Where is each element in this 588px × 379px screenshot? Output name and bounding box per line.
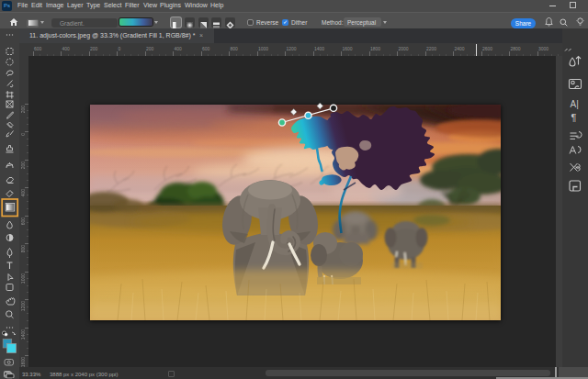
svg-text:A|: A|: [571, 99, 579, 109]
svg-text:¶: ¶: [571, 112, 577, 123]
